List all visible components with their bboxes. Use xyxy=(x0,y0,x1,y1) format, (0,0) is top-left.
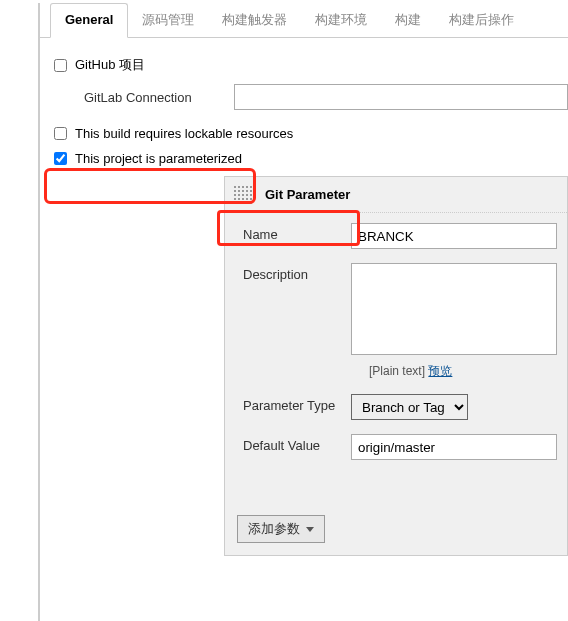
tab-general[interactable]: General xyxy=(50,3,128,38)
parameterized-label: This project is parameterized xyxy=(75,151,242,166)
config-tabs: General 源码管理 构建触发器 构建环境 构建 构建后操作 xyxy=(40,3,568,38)
tab-triggers[interactable]: 构建触发器 xyxy=(208,3,301,37)
tab-build[interactable]: 构建 xyxy=(381,3,435,37)
plain-text-hint: [Plain text] xyxy=(369,364,425,378)
param-desc-label: Description xyxy=(243,263,351,355)
drag-handle-icon[interactable] xyxy=(233,185,253,205)
param-title: Git Parameter xyxy=(265,187,350,202)
github-project-checkbox[interactable] xyxy=(54,59,67,72)
preview-link[interactable]: 预览 xyxy=(428,364,452,378)
lockable-checkbox[interactable] xyxy=(54,127,67,140)
param-name-input[interactable] xyxy=(351,223,557,249)
param-type-label: Parameter Type xyxy=(243,394,351,420)
param-desc-textarea[interactable] xyxy=(351,263,557,355)
gitlab-connection-input[interactable] xyxy=(234,84,568,110)
param-name-label: Name xyxy=(243,223,351,249)
tab-post-build[interactable]: 构建后操作 xyxy=(435,3,528,37)
desc-hint: [Plain text] 预览 xyxy=(369,363,557,380)
param-type-select[interactable]: Branch or Tag xyxy=(351,394,468,420)
caret-down-icon xyxy=(306,527,314,532)
lockable-label: This build requires lockable resources xyxy=(75,126,293,141)
tab-scm[interactable]: 源码管理 xyxy=(128,3,208,37)
github-project-label: GitHub 项目 xyxy=(75,56,145,74)
param-default-input[interactable] xyxy=(351,434,557,460)
gitlab-connection-label: GitLab Connection xyxy=(84,90,234,105)
git-parameter-panel: Git Parameter Name Description [Plain te… xyxy=(224,176,568,556)
tab-env[interactable]: 构建环境 xyxy=(301,3,381,37)
add-param-label: 添加参数 xyxy=(248,520,300,538)
add-parameter-button[interactable]: 添加参数 xyxy=(237,515,325,543)
param-default-label: Default Value xyxy=(243,434,351,460)
parameterized-checkbox[interactable] xyxy=(54,152,67,165)
